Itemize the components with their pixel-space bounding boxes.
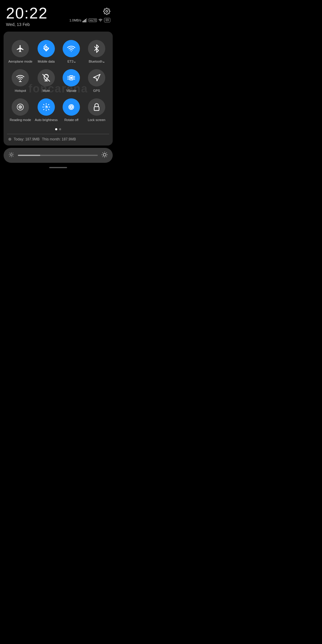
qs-lock-screen[interactable]: Lock screen <box>84 95 109 125</box>
quick-settings-panel: foncarena Aeroplane mode <box>4 32 113 145</box>
svg-line-41 <box>13 153 13 153</box>
svg-point-8 <box>71 51 72 52</box>
data-usage-icon <box>8 138 11 141</box>
aeroplane-icon-circle <box>12 40 29 57</box>
svg-line-40 <box>10 156 10 157</box>
svg-rect-3 <box>85 19 86 22</box>
svg-line-46 <box>106 156 107 157</box>
qs-bluetooth[interactable]: Bluetooth <box>84 37 109 66</box>
svg-point-33 <box>10 154 13 156</box>
qs-wifi[interactable]: ET3 <box>59 37 84 66</box>
data-usage: Today: 187.9MB This month: 187.9MB <box>7 137 109 141</box>
reading-icon-circle <box>12 98 29 116</box>
svg-rect-1 <box>83 21 83 22</box>
date: Wed, 13 Feb <box>6 22 48 27</box>
svg-line-50 <box>106 152 107 153</box>
brightness-high-icon <box>101 151 108 160</box>
qs-vibrate[interactable]: Vibrate <box>59 66 84 95</box>
gps-label: GPS <box>93 89 100 92</box>
svg-rect-2 <box>84 20 85 22</box>
qs-mobile-data[interactable]: Mobile data <box>34 37 59 66</box>
svg-point-42 <box>103 153 106 156</box>
mute-label: Mute <box>43 89 50 92</box>
svg-line-36 <box>10 153 10 153</box>
rotate-icon-circle <box>63 98 80 116</box>
qs-gps[interactable]: GPS <box>84 66 109 95</box>
qs-reading[interactable]: Reading mode <box>7 95 34 125</box>
svg-line-49 <box>103 156 103 157</box>
data-month: This month: 187.9MB <box>42 137 76 141</box>
settings-icon[interactable] <box>103 8 110 17</box>
status-bar: 20:22 Wed, 13 Feb 1.0MB/s VoLTE <box>0 0 116 29</box>
lock-screen-label: Lock screen <box>88 118 105 122</box>
aeroplane-label: Aeroplane mode <box>8 60 32 63</box>
dot-1[interactable] <box>55 128 57 130</box>
qs-rotate[interactable]: Rotate off <box>59 95 84 125</box>
svg-marker-22 <box>93 74 100 81</box>
data-today: Today: 187.9MB <box>14 137 40 141</box>
svg-rect-21 <box>70 77 72 79</box>
qs-mute[interactable]: Mute <box>34 66 59 95</box>
lock-screen-icon-circle <box>88 98 105 116</box>
bluetooth-icon-circle <box>88 40 105 57</box>
gps-icon-circle <box>88 69 105 86</box>
handle-bar <box>49 167 67 168</box>
hotspot-icon-circle <box>12 69 29 86</box>
hotspot-label: Hotspot <box>15 89 26 92</box>
reading-label: Reading mode <box>10 118 31 122</box>
svg-line-45 <box>103 152 103 153</box>
brightness-track[interactable] <box>18 155 98 156</box>
svg-point-0 <box>106 10 108 12</box>
mute-icon-circle <box>38 69 55 86</box>
mobile-data-icon-circle <box>38 40 55 57</box>
pagination-dots <box>7 128 109 130</box>
battery-level: 69 <box>106 18 109 22</box>
svg-line-37 <box>13 156 13 157</box>
qs-aeroplane[interactable]: Aeroplane mode <box>7 37 34 66</box>
svg-point-25 <box>20 106 21 108</box>
svg-text:A: A <box>44 105 47 109</box>
status-right: 1.0MB/s VoLTE 69 <box>69 5 110 22</box>
bluetooth-label: Bluetooth <box>89 60 104 63</box>
speed-text: 1.0MB/s <box>69 18 81 22</box>
brightness-fill <box>18 155 40 156</box>
svg-rect-4 <box>86 18 87 22</box>
divider <box>7 134 109 134</box>
quick-settings-grid: Aeroplane mode Mobile data <box>7 37 109 125</box>
qs-auto-brightness[interactable]: A Auto brightness <box>34 95 59 125</box>
mobile-data-label: Mobile data <box>38 60 55 63</box>
wifi-icon-circle <box>63 40 80 57</box>
time-block: 20:22 Wed, 13 Feb <box>6 5 48 27</box>
dot-2[interactable] <box>59 128 61 130</box>
bottom-handle <box>0 167 116 168</box>
wifi-label: ET3 <box>67 60 75 63</box>
rotate-label: Rotate off <box>64 118 79 122</box>
vibrate-icon-circle <box>63 69 80 86</box>
svg-point-5 <box>100 21 100 22</box>
brightness-low-icon <box>8 152 14 159</box>
status-icons: 1.0MB/s VoLTE 69 <box>69 18 110 22</box>
auto-brightness-icon-circle: A <box>38 98 55 116</box>
qs-hotspot[interactable]: Hotspot <box>7 66 34 95</box>
svg-rect-32 <box>94 107 99 111</box>
auto-brightness-label: Auto brightness <box>35 118 58 122</box>
vibrate-label: Vibrate <box>66 89 77 92</box>
brightness-slider[interactable] <box>4 148 113 163</box>
clock: 20:22 <box>6 5 48 21</box>
